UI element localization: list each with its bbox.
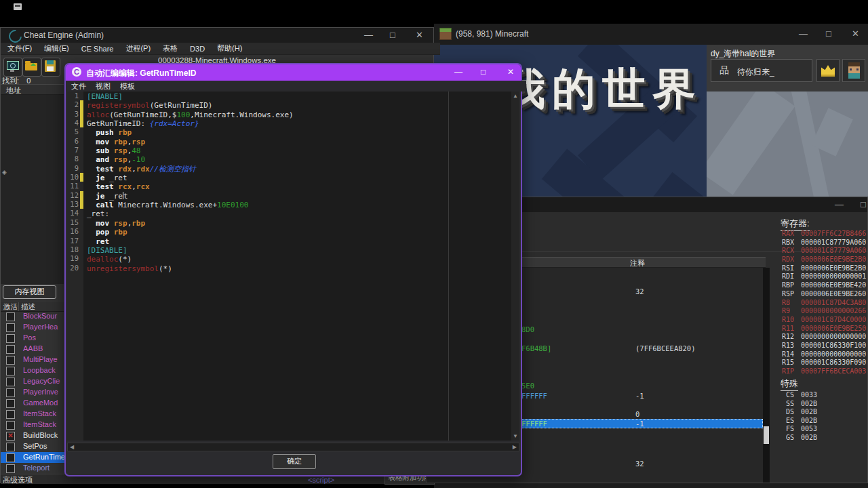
- checkbox[interactable]: [6, 378, 15, 386]
- register-row[interactable]: R110000006E0E9BE250: [782, 325, 866, 333]
- register-row[interactable]: R13000001C86330F100: [782, 342, 866, 350]
- close-icon[interactable]: ✕: [507, 68, 514, 76]
- friend-server-row[interactable]: 品 待你归来_: [711, 59, 812, 82]
- ce-menu-item-4[interactable]: 表格: [163, 43, 178, 54]
- register-row[interactable]: R8000001C87D4C3A80: [782, 299, 866, 308]
- table-row[interactable]: BlockSour: [1, 311, 65, 322]
- achievements-button[interactable]: [816, 59, 840, 82]
- ok-button[interactable]: 确定: [273, 454, 316, 469]
- code-line[interactable]: _ret:: [87, 209, 507, 218]
- checkbox[interactable]: [6, 345, 15, 354]
- register-row[interactable]: RBX000001C87779A060: [782, 239, 866, 247]
- code-line[interactable]: [DISABLE]: [87, 246, 507, 255]
- register-row[interactable]: RSP0000006E0E9BE260: [782, 290, 866, 299]
- code-editor[interactable]: 1234567891011121314151617181920 [ENABLE]…: [67, 92, 511, 441]
- code-line[interactable]: mov rsp,rbp: [87, 219, 507, 228]
- ce-menu-item-1[interactable]: 编辑(E): [44, 43, 69, 54]
- ce-menu-item-5[interactable]: D3D: [190, 45, 205, 53]
- table-row[interactable]: PlayerInve: [1, 387, 65, 398]
- register-row[interactable]: R140000000000000000: [782, 350, 866, 359]
- register-row[interactable]: RSI0000006E0E9BE2B0: [782, 264, 866, 273]
- checkbox[interactable]: [6, 443, 15, 451]
- dialog-menu-item-2[interactable]: 模板: [120, 81, 135, 92]
- maximize-icon[interactable]: □: [826, 29, 831, 38]
- code-line[interactable]: dealloc(*): [87, 255, 507, 264]
- code-line[interactable]: test rcx,rcx: [87, 182, 507, 191]
- code-line[interactable]: registersymbol(GetRunTimeID): [87, 101, 507, 110]
- column-separator[interactable]: [18, 302, 19, 311]
- dialog-titlebar[interactable]: C 自动汇编编辑: GetRunTimeID — □ ✕: [66, 64, 521, 81]
- dialog-menu-item-1[interactable]: 视图: [96, 81, 111, 92]
- register-row[interactable]: RIP00007FF6BCECA003: [782, 367, 866, 376]
- table-row[interactable]: PlayerHea: [1, 322, 65, 333]
- ce-menu-item-6[interactable]: 帮助(H): [217, 43, 242, 54]
- scroll-right-icon[interactable]: ▶: [513, 444, 517, 450]
- code-line[interactable]: and rsp,-10: [87, 155, 507, 164]
- code-line[interactable]: alloc(GetRunTimeID,$100,Minecraft.Window…: [87, 110, 507, 119]
- minecraft-titlebar[interactable]: (958, 981) Minecraft — □ ✕: [434, 24, 868, 45]
- register-row[interactable]: R15000001C86330F090: [782, 359, 866, 367]
- checkbox[interactable]: [6, 453, 15, 462]
- address-column-header[interactable]: 地址: [1, 84, 64, 95]
- code-line[interactable]: [ENABLE]: [87, 92, 507, 101]
- save-button[interactable]: [41, 58, 60, 77]
- table-row[interactable]: Loopback: [1, 365, 65, 376]
- checkbox[interactable]: ✕: [6, 432, 15, 441]
- table-row[interactable]: GameMod: [1, 398, 65, 409]
- code-line[interactable]: GetRunTimeID: {rdx=Actor}: [87, 119, 507, 128]
- close-icon[interactable]: ✕: [852, 29, 859, 38]
- table-row[interactable]: ✕BuildBlock: [1, 430, 65, 441]
- scroll-up-icon[interactable]: ▲: [511, 93, 519, 99]
- minimize-icon[interactable]: —: [454, 68, 462, 76]
- checkbox[interactable]: [6, 388, 15, 397]
- maximize-icon[interactable]: □: [390, 30, 395, 39]
- minimize-icon[interactable]: —: [799, 29, 808, 38]
- table-row[interactable]: SetPos: [1, 441, 65, 452]
- checkbox[interactable]: [6, 323, 15, 332]
- advanced-options-button[interactable]: 高级选项: [3, 475, 33, 485]
- ce-menu-item-2[interactable]: CE Share: [81, 45, 114, 53]
- table-row[interactable]: Pos: [1, 333, 65, 344]
- register-row[interactable]: RCX000001C87779A060: [782, 247, 866, 256]
- scan-results-list[interactable]: [1, 95, 64, 284]
- ce-menu-item-3[interactable]: 进程(P): [125, 43, 151, 54]
- select-process-button[interactable]: [3, 58, 22, 77]
- description-column-header[interactable]: 描述: [21, 302, 35, 312]
- checkbox[interactable]: [6, 312, 15, 321]
- ce-titlebar[interactable]: Cheat Engine (Admin) — □ ✕: [1, 28, 433, 43]
- code-line[interactable]: call Minecraft.Windows.exe+10E0100: [87, 201, 507, 209]
- code-line[interactable]: sub rsp,48: [87, 146, 507, 155]
- editor-code[interactable]: [ENABLE]registersymbol(GetRunTimeID)allo…: [87, 92, 507, 273]
- active-column-header[interactable]: 激活: [3, 302, 18, 312]
- code-line[interactable]: mov rbp,rsp: [87, 138, 507, 146]
- code-line[interactable]: pop rbp: [87, 228, 507, 237]
- checkbox[interactable]: [6, 464, 15, 473]
- table-row[interactable]: MultiPlaye: [1, 354, 65, 365]
- checkbox[interactable]: [6, 399, 15, 408]
- close-icon[interactable]: ✕: [416, 30, 423, 39]
- checkbox[interactable]: [6, 421, 15, 430]
- open-file-button[interactable]: [22, 58, 41, 77]
- register-row[interactable]: RDI0000000000000001: [782, 272, 866, 281]
- table-row[interactable]: GetRunTimeI: [1, 452, 65, 463]
- register-row[interactable]: RBP0000006E0E9BE420: [782, 281, 866, 290]
- checkbox[interactable]: [6, 356, 15, 365]
- register-row[interactable]: R10000001C87D4C0000: [782, 316, 866, 325]
- cheat-table-header[interactable]: 激活 描述: [1, 302, 64, 312]
- table-row[interactable]: ItemStack: [1, 409, 65, 420]
- code-line[interactable]: push rbp: [87, 128, 507, 137]
- dialog-menu-item-0[interactable]: 文件: [71, 81, 86, 92]
- code-line[interactable]: ret: [87, 237, 507, 246]
- checkbox[interactable]: [6, 367, 15, 375]
- minimize-icon[interactable]: —: [835, 200, 844, 209]
- table-row[interactable]: AABB: [1, 344, 65, 354]
- checkbox[interactable]: [6, 410, 15, 419]
- code-line[interactable]: unregistersymbol(*): [87, 264, 507, 273]
- code-line[interactable]: je _ret: [87, 174, 507, 182]
- register-row[interactable]: RDX0000006E0E9BE2B0: [782, 256, 866, 264]
- scroll-left-icon[interactable]: ◀: [70, 444, 74, 450]
- profile-button[interactable]: [842, 59, 865, 82]
- taskbar-icon[interactable]: [14, 3, 22, 10]
- editor-horizontal-scrollbar[interactable]: ◀ ▶: [67, 443, 519, 451]
- table-row[interactable]: ItemStack: [1, 420, 65, 430]
